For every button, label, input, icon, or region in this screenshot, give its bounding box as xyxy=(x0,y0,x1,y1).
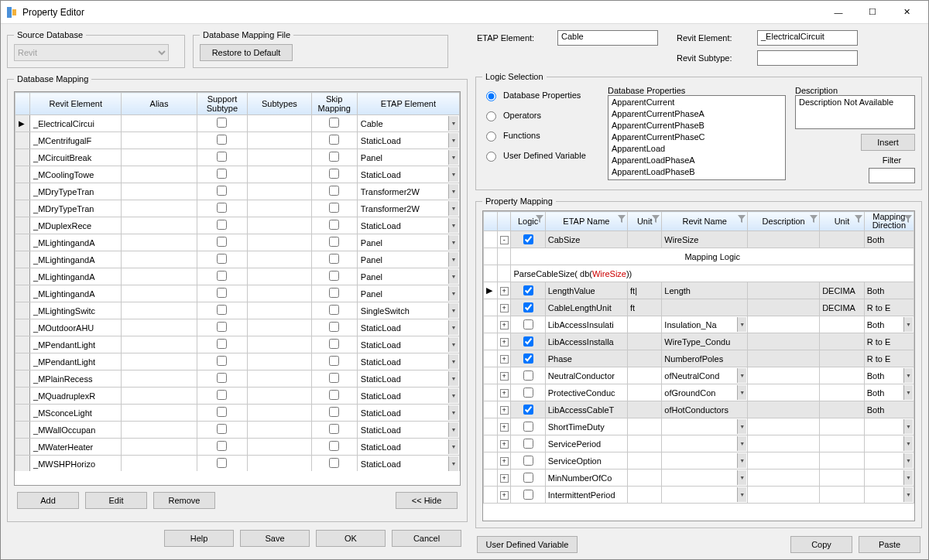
expand-icon[interactable]: + xyxy=(500,406,509,415)
chevron-down-icon[interactable]: ▼ xyxy=(903,419,913,434)
table-row[interactable]: _MLightingSwitc SingleSwitch▼ xyxy=(15,302,460,319)
skip-mapping-checkbox[interactable] xyxy=(329,203,339,213)
hide-button[interactable]: << Hide xyxy=(396,492,458,509)
chevron-down-icon[interactable]: ▼ xyxy=(737,453,746,468)
logic-checkbox[interactable] xyxy=(523,405,533,415)
skip-mapping-checkbox[interactable] xyxy=(329,288,339,298)
table-row[interactable]: _MWaterHeater StaticLoad▼ xyxy=(15,439,460,456)
logic-checkbox[interactable] xyxy=(523,336,533,347)
col-unit[interactable]: Unit xyxy=(628,212,662,231)
table-row[interactable]: _MOutdoorAHU StaticLoad▼ xyxy=(15,319,460,336)
skip-mapping-checkbox[interactable] xyxy=(329,390,339,400)
col-description[interactable]: Description xyxy=(748,212,820,231)
chevron-down-icon[interactable]: ▼ xyxy=(903,487,913,502)
chevron-down-icon[interactable]: ▼ xyxy=(737,470,746,485)
chevron-down-icon[interactable]: ▼ xyxy=(448,371,458,386)
support-subtype-checkbox[interactable] xyxy=(217,254,227,264)
expand-icon[interactable]: + xyxy=(500,389,509,398)
minimize-button[interactable]: — xyxy=(821,2,855,23)
table-row[interactable]: _MWallOccupan StaticLoad▼ xyxy=(15,422,460,439)
funnel-icon[interactable] xyxy=(738,215,746,223)
logic-checkbox[interactable] xyxy=(523,456,533,466)
radio-functions[interactable]: Functions xyxy=(482,129,598,142)
chevron-down-icon[interactable]: ▼ xyxy=(448,150,458,165)
skip-mapping-checkbox[interactable] xyxy=(329,135,339,145)
logic-checkbox[interactable] xyxy=(523,285,533,295)
col-revit-name[interactable]: Revit Name xyxy=(662,212,748,231)
table-row[interactable]: _MSconceLight StaticLoad▼ xyxy=(15,405,460,422)
logic-checkbox[interactable] xyxy=(523,234,533,244)
logic-checkbox[interactable] xyxy=(523,473,533,483)
table-row[interactable]: - CabSize WireSize Both xyxy=(484,231,914,248)
maximize-button[interactable]: ☐ xyxy=(855,2,890,23)
logic-checkbox[interactable] xyxy=(523,439,533,449)
list-item[interactable]: ApparentCurrentPhaseC xyxy=(609,131,784,143)
chevron-down-icon[interactable]: ▼ xyxy=(448,337,458,352)
expand-icon[interactable]: + xyxy=(500,287,509,295)
list-item[interactable]: ApparentCurrent xyxy=(609,97,784,108)
table-row[interactable]: ▶ + LengthValue ft| Length DECIMA Both xyxy=(484,282,914,299)
source-database-select[interactable]: Revit xyxy=(14,44,169,61)
chevron-down-icon[interactable]: ▼ xyxy=(448,218,458,233)
chevron-down-icon[interactable]: ▼ xyxy=(903,470,913,485)
support-subtype-checkbox[interactable] xyxy=(217,458,227,468)
logic-checkbox[interactable] xyxy=(523,353,533,364)
skip-mapping-checkbox[interactable] xyxy=(329,407,339,417)
skip-mapping-checkbox[interactable] xyxy=(329,118,339,128)
list-item[interactable]: ApparentLoadPhaseB xyxy=(609,166,784,178)
radio-db-properties[interactable]: Database Properties xyxy=(482,89,598,101)
logic-checkbox[interactable] xyxy=(523,422,533,432)
skip-mapping-checkbox[interactable] xyxy=(329,271,339,281)
chevron-down-icon[interactable]: ▼ xyxy=(737,419,746,434)
chevron-down-icon[interactable]: ▼ xyxy=(737,368,746,383)
edit-button[interactable]: Edit xyxy=(85,492,147,509)
chevron-down-icon[interactable]: ▼ xyxy=(448,133,458,148)
chevron-down-icon[interactable]: ▼ xyxy=(448,388,458,403)
funnel-icon[interactable] xyxy=(652,215,660,223)
skip-mapping-checkbox[interactable] xyxy=(329,339,339,349)
filter-input[interactable] xyxy=(869,168,915,183)
skip-mapping-checkbox[interactable] xyxy=(329,254,339,264)
table-row[interactable]: _MPlainRecess StaticLoad▼ xyxy=(15,370,460,388)
table-row[interactable]: + LibAccessInsulati Insulation_Na▼ Both▼ xyxy=(484,316,914,333)
radio-operators[interactable]: Operators xyxy=(482,109,598,121)
table-row[interactable]: + CableLengthUnit ft DECIMA R to E xyxy=(484,299,914,316)
chevron-down-icon[interactable]: ▼ xyxy=(903,436,913,451)
mapping-logic-row[interactable]: ParseCableSize( db(WireSize)) xyxy=(484,265,914,282)
skip-mapping-checkbox[interactable] xyxy=(329,441,339,451)
expand-icon[interactable]: + xyxy=(500,321,509,330)
support-subtype-checkbox[interactable] xyxy=(217,135,227,145)
support-subtype-checkbox[interactable] xyxy=(217,407,227,417)
support-subtype-checkbox[interactable] xyxy=(217,237,227,247)
expand-icon[interactable]: + xyxy=(500,440,509,449)
table-row[interactable]: + ServiceOption ▼ ▼ xyxy=(484,452,914,470)
skip-mapping-checkbox[interactable] xyxy=(329,424,339,434)
logic-checkbox[interactable] xyxy=(523,370,533,381)
support-subtype-checkbox[interactable] xyxy=(217,271,227,281)
funnel-icon[interactable] xyxy=(536,215,543,223)
chevron-down-icon[interactable]: ▼ xyxy=(448,252,458,267)
table-row[interactable]: _MDryTypeTran Transformer2W▼ xyxy=(15,183,460,200)
skip-mapping-checkbox[interactable] xyxy=(329,152,339,162)
table-row[interactable]: + ShortTimeDuty ▼ ▼ xyxy=(484,418,914,435)
funnel-icon[interactable] xyxy=(855,215,862,223)
copy-button[interactable]: Copy xyxy=(790,536,852,553)
list-item[interactable]: ApparentCurrentPhaseB xyxy=(609,120,784,131)
expand-icon[interactable]: + xyxy=(500,457,509,466)
expand-icon[interactable]: + xyxy=(500,338,509,347)
chevron-down-icon[interactable]: ▼ xyxy=(903,317,913,332)
table-row[interactable]: _MLightingandA Panel▼ xyxy=(15,234,460,251)
chevron-down-icon[interactable]: ▼ xyxy=(737,385,746,400)
chevron-down-icon[interactable]: ▼ xyxy=(448,303,458,318)
logic-checkbox[interactable] xyxy=(523,302,533,312)
funnel-icon[interactable] xyxy=(904,215,912,223)
chevron-down-icon[interactable]: ▼ xyxy=(448,235,458,250)
table-row[interactable]: + LibAccessCableT ofHotConductors Both xyxy=(484,401,914,418)
table-row[interactable]: _MLightingandA Panel▼ xyxy=(15,285,460,302)
support-subtype-checkbox[interactable] xyxy=(217,220,227,230)
add-button[interactable]: Add xyxy=(17,492,79,509)
funnel-icon[interactable] xyxy=(618,215,626,223)
skip-mapping-checkbox[interactable] xyxy=(329,373,339,383)
table-row[interactable]: + IntermittentPeriod ▼ ▼ xyxy=(484,487,914,504)
paste-button[interactable]: Paste xyxy=(859,536,920,553)
